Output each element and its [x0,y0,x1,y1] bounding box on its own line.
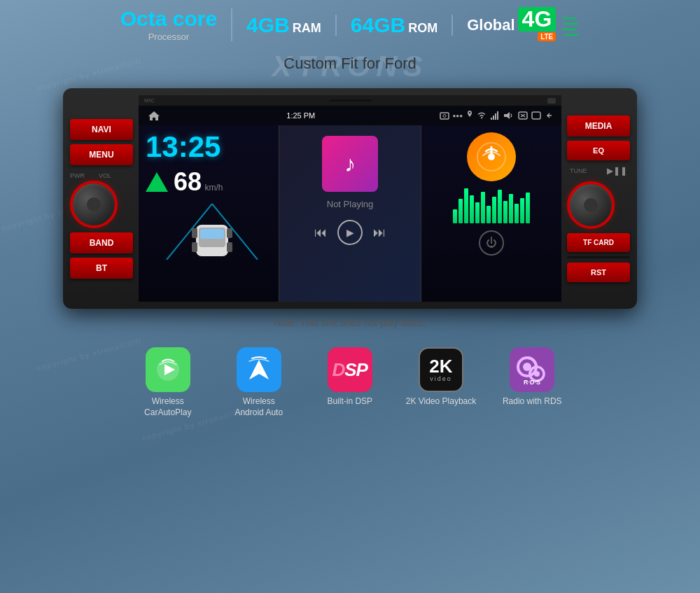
band-button[interactable]: BAND [70,232,133,253]
next-button[interactable]: ⏭ [373,225,386,240]
android-auto-icon-box [237,347,281,392]
tune-knob-center [584,198,598,212]
features-row: WirelessCarAutoPlay WirelessAndroid Auto… [0,337,700,425]
widget-carplay: ⏻ [421,125,561,302]
main-screen: 1:25 PM ●●● [139,106,561,302]
tune-knob[interactable] [567,181,615,229]
play-button[interactable]: ▶ [337,220,363,245]
processor-label: Processor [148,32,190,41]
svg-rect-5 [440,113,449,119]
mic-indicator: MIC [144,97,155,104]
eq-bar [481,192,485,223]
disc-note: Note: This unit does not play discs. [274,317,426,328]
svg-rect-24 [227,228,232,238]
2k-icon-box: 2K video [419,347,463,392]
widget-time-speed: 13:25 68 km/h [139,125,279,302]
wifi-icon [477,112,486,119]
head-unit-container: NAVI MENU PWR VOL BAND BT MIC [0,88,700,309]
svg-text:R·D·S: R·D·S [524,379,540,385]
specs-bar: Octa core Processor 4GB RAM 64GB ROM Glo… [0,0,700,46]
carplay-label: WirelessCarAutoPlay [144,396,191,418]
svg-point-8 [481,118,482,119]
eq-bar [470,195,474,223]
status-time: 1:25 PM [286,111,315,120]
android-auto-label: WirelessAndroid Auto [234,396,283,418]
rect-icon [531,111,541,120]
svg-rect-22 [200,229,224,239]
media-button[interactable]: MEDIA [567,116,630,137]
disc-slot [330,99,372,102]
slot-indicator [547,98,556,104]
spec-octa-core: Octa core Processor [106,8,232,41]
svg-rect-17 [532,112,540,119]
volume-knob[interactable] [70,181,118,228]
spec-ram: 4GB RAM [232,15,337,36]
home-button[interactable] [146,109,162,123]
eq-bar [453,209,457,223]
2k-text: 2K [429,357,452,375]
eq-bar [486,206,491,223]
eq-bar [464,188,468,223]
big-time-display: 13:25 [146,132,272,162]
prev-button[interactable]: ⏮ [314,225,327,240]
eq-bar [498,190,502,223]
car-view [146,204,272,260]
status-bar: 1:25 PM ●●● [139,106,561,125]
rom-label: ROM [408,21,438,36]
eq-bar [520,198,524,223]
dsp-text: DSP [332,359,368,381]
rom-size: 64GB [351,15,405,36]
navi-button[interactable]: NAVI [70,119,133,140]
2k-label: 2K Video Playback [406,396,477,407]
carplay-icon [153,354,183,385]
eq-bar [475,202,479,223]
spec-4g: Global 4G LTE [453,7,594,43]
video-label: video [430,375,452,382]
eq-bar [492,197,496,223]
bt-button[interactable]: BT [70,258,133,279]
knob-center [87,197,101,211]
svg-marker-13 [504,112,510,119]
lane-car-svg [146,204,279,260]
rst-button[interactable]: RST [567,263,630,282]
android-auto-nav-icon [244,354,274,385]
svg-rect-26 [227,242,232,252]
eq-bar [526,193,530,223]
dsp-label: Built-in DSP [327,396,372,407]
rds-label: Radio with RDS [503,396,562,407]
tf-card-button[interactable]: TF CARD [567,233,630,252]
back-icon [545,111,554,120]
svg-rect-25 [192,242,197,252]
svg-rect-12 [497,111,498,120]
ram-label: RAM [293,21,321,36]
volume-icon [503,111,514,120]
head-unit: NAVI MENU PWR VOL BAND BT MIC [63,88,637,309]
play-pause-icon: ▶❚❚ [607,166,627,176]
speed-unit: km/h [205,183,223,193]
4g-badge: 4G [518,7,556,32]
eq-bar [514,204,519,223]
note-bar: Note: This unit does not play discs. [0,309,700,337]
status-icons: ●●● [440,111,555,120]
spec-rom: 64GB ROM [337,15,453,36]
power-button[interactable]: ⏻ [479,230,504,256]
svg-point-6 [443,115,446,118]
feature-wireless-carplay: WirelessCarAutoPlay [133,347,203,418]
eq-bar [503,201,507,223]
svg-rect-10 [493,116,494,120]
feature-2k-video: 2K video 2K Video Playback [406,347,477,407]
close-box-icon [518,111,528,120]
global-text: Global [467,16,514,34]
feature-rds: R·D·S Radio with RDS [497,347,567,407]
screen-content: 13:25 68 km/h [139,125,561,302]
tune-label: TUNE [570,167,587,174]
music-album-art: ♪ [322,136,378,192]
feature-dsp: DSP Built-in DSP [315,347,385,407]
signal-icon [490,111,500,120]
widget-music: ♪ Not Playing ⏮ ▶ ⏭ [279,125,421,302]
carplay-widget-icon [467,132,516,181]
svg-point-28 [488,153,495,160]
eq-button[interactable]: EQ [567,141,630,160]
brand-area: XTRONS Custom Fit for Ford [0,43,700,85]
menu-button[interactable]: MENU [70,144,133,165]
